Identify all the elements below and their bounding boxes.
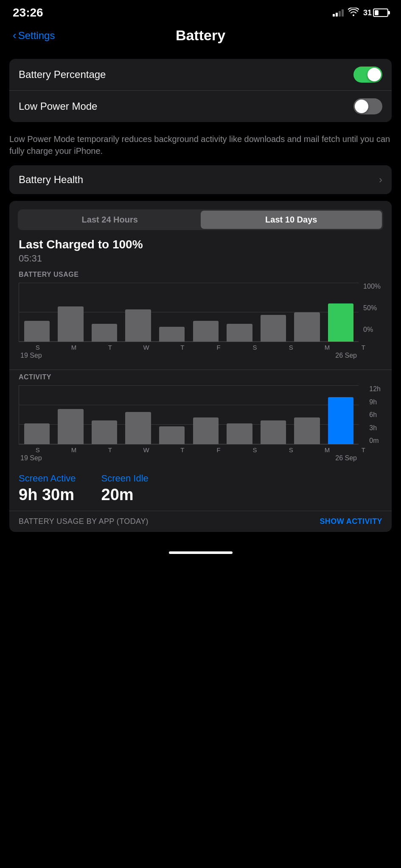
battery-health-card[interactable]: Battery Health › <box>9 165 392 194</box>
battery-usage-by-app-label: BATTERY USAGE BY APP (TODAY) <box>19 517 149 526</box>
show-activity-button[interactable]: SHOW ACTIVITY <box>320 517 382 526</box>
bar-group-1 <box>21 283 53 342</box>
activity-label: ACTIVITY <box>19 373 382 381</box>
act-bar-7 <box>224 385 256 444</box>
battery-bars <box>19 283 359 342</box>
act-bar-8 <box>257 385 289 444</box>
battery-usage-section: BATTERY USAGE <box>9 271 392 366</box>
battery-chart-area <box>19 283 359 342</box>
tab-selector[interactable]: Last 24 Hours Last 10 Days <box>18 209 383 230</box>
battery-percent-label: 31 <box>363 8 372 17</box>
battery-percentage-label: Battery Percentage <box>19 69 106 81</box>
y-axis-activity: 12h 9h 6h 3h 0m <box>369 385 381 445</box>
bar-group-7 <box>224 283 256 342</box>
wifi-icon <box>348 8 359 18</box>
act-bar-10 <box>325 385 357 444</box>
last-charged-title: Last Charged to 100% <box>19 238 382 251</box>
status-icons: 31 <box>333 8 388 18</box>
battery-icon <box>373 8 388 17</box>
low-power-mode-row[interactable]: Low Power Mode <box>9 91 392 122</box>
status-time: 23:26 <box>13 6 43 19</box>
bar-group-4 <box>122 283 154 342</box>
y-axis-battery: 100% 50% 0% <box>363 283 381 334</box>
page-title: Battery <box>176 27 225 44</box>
toggle-knob-2 <box>355 100 368 113</box>
act-bar-5 <box>156 385 188 444</box>
usage-card: Last 24 Hours Last 10 Days Last Charged … <box>9 201 392 532</box>
bar-group-5 <box>156 283 188 342</box>
act-bar-6 <box>190 385 222 444</box>
act-bar-4 <box>122 385 154 444</box>
act-bar-3 <box>88 385 121 444</box>
low-power-mode-toggle[interactable] <box>353 98 382 114</box>
low-power-mode-label: Low Power Mode <box>19 100 97 112</box>
battery-percentage-toggle[interactable] <box>353 67 382 83</box>
screen-idle-value: 20m <box>101 486 149 504</box>
screen-stats: Screen Active 9h 30m Screen Idle 20m <box>9 469 392 511</box>
battery-health-row[interactable]: Battery Health › <box>9 165 392 194</box>
date-label-start-battery: 19 Sep <box>20 352 42 359</box>
act-bar-9 <box>291 385 323 444</box>
screen-active-stat: Screen Active 9h 30m <box>19 473 76 504</box>
y-label-12h: 12h <box>369 385 381 393</box>
y-label-100: 100% <box>363 283 381 290</box>
back-label: Settings <box>18 30 55 42</box>
activity-chart: 12h 9h 6h 3h 0m <box>19 385 359 445</box>
battery-date-row: 19 Sep 26 Sep <box>19 352 359 359</box>
chevron-left-icon: ‹ <box>13 29 17 42</box>
signal-icon <box>333 9 344 17</box>
chart-divider <box>9 370 392 370</box>
bottom-section: BATTERY USAGE BY APP (TODAY) SHOW ACTIVI… <box>9 511 392 532</box>
x-axis-battery: S M T W T F S S M T <box>19 344 382 351</box>
nav-bar: ‹ Settings Battery <box>0 23 401 52</box>
y-label-0m: 0m <box>369 437 379 445</box>
bar-group-2 <box>55 283 87 342</box>
tab-last-10-days[interactable]: Last 10 Days <box>201 211 382 229</box>
settings-card: Battery Percentage Low Power Mode <box>9 59 392 122</box>
battery-usage-chart: 100% 50% 0% <box>19 283 359 342</box>
battery-percentage-row[interactable]: Battery Percentage <box>9 59 392 91</box>
battery-status: 31 <box>363 8 388 17</box>
act-bar-2 <box>55 385 87 444</box>
x-axis-activity: S M T W T F S S M T <box>19 446 382 453</box>
y-label-3h: 3h <box>369 424 377 432</box>
screen-idle-label: Screen Idle <box>101 473 149 484</box>
chevron-right-icon: › <box>379 174 382 186</box>
screen-idle-stat: Screen Idle 20m <box>101 473 149 504</box>
low-power-description: Low Power Mode temporarily reduces backg… <box>0 129 401 165</box>
scroll-indicator <box>169 551 233 554</box>
bar-group-9 <box>291 283 323 342</box>
screen-active-value: 9h 30m <box>19 486 76 504</box>
y-label-0: 0% <box>363 326 373 334</box>
act-bar-1 <box>21 385 53 444</box>
y-label-50: 50% <box>363 304 377 312</box>
activity-date-row: 19 Sep 26 Sep <box>19 454 359 462</box>
activity-section: ACTIVITY <box>9 373 392 469</box>
activity-bars <box>19 385 359 444</box>
status-bar: 23:26 31 <box>0 0 401 23</box>
tab-last-24-hours[interactable]: Last 24 Hours <box>19 211 201 229</box>
screen-active-label: Screen Active <box>19 473 76 484</box>
bar-group-10 <box>325 283 357 342</box>
last-charged-time: 05:31 <box>19 253 382 264</box>
toggle-knob <box>367 68 381 81</box>
back-button[interactable]: ‹ Settings <box>13 29 55 42</box>
battery-health-label: Battery Health <box>19 174 83 186</box>
y-label-9h: 9h <box>369 398 377 406</box>
activity-chart-area <box>19 385 359 445</box>
date-label-end-battery: 26 Sep <box>335 352 357 359</box>
bar-group-8 <box>257 283 289 342</box>
date-label-start-activity: 19 Sep <box>20 454 42 462</box>
date-label-end-activity: 26 Sep <box>335 454 357 462</box>
bar-group-6 <box>190 283 222 342</box>
last-charged-section: Last Charged to 100% 05:31 <box>9 236 392 271</box>
y-label-6h: 6h <box>369 411 377 419</box>
battery-usage-label: BATTERY USAGE <box>19 271 382 278</box>
bar-group-3 <box>88 283 121 342</box>
